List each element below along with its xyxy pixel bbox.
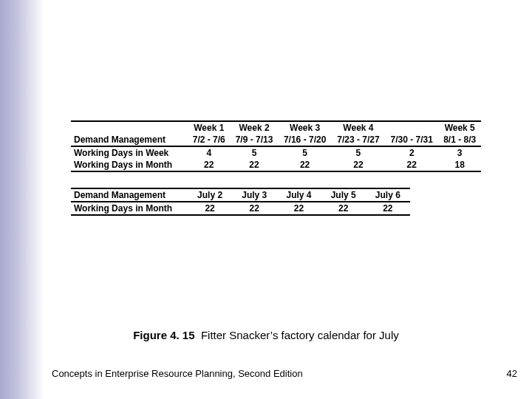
wdm2-3: 22 — [276, 202, 321, 215]
wdw-5: 2 — [385, 146, 438, 159]
wdm-3: 22 — [278, 159, 331, 171]
date-range-5: 7/30 - 7/31 — [385, 134, 438, 146]
row-label-working-days-month: Working Days in Month — [71, 159, 188, 171]
wdm-6: 18 — [438, 159, 481, 171]
footer-page-number: 42 — [507, 368, 517, 379]
daily-calendar-table: Demand Management July 2 July 3 July 4 J… — [71, 188, 410, 216]
row-label-demand-management-2: Demand Management — [71, 188, 188, 202]
col-head-week4: Week 4 — [332, 121, 385, 134]
figure-caption: Figure 4. 15 Fitter Snacker’s factory ca… — [0, 329, 532, 341]
wdm2-2: 22 — [232, 202, 276, 215]
day-head-4: July 5 — [321, 188, 366, 202]
col-head-week3: Week 3 — [278, 121, 331, 134]
day-head-1: July 2 — [188, 188, 232, 202]
day-head-5: July 6 — [366, 188, 410, 202]
wdw-6: 3 — [438, 146, 481, 159]
wdm-4: 22 — [332, 159, 385, 171]
wdw-1: 4 — [188, 146, 231, 159]
col-head-week2: Week 2 — [231, 121, 279, 134]
date-range-1: 7/2 - 7/6 — [188, 134, 231, 146]
figure-caption-text: Fitter Snacker’s factory calendar for Ju… — [201, 329, 399, 341]
cell-blank — [71, 121, 188, 134]
row-label-demand-management: Demand Management — [71, 134, 188, 146]
date-range-4: 7/23 - 7/27 — [332, 134, 385, 146]
col-head-week5: Week 5 — [438, 121, 481, 134]
date-range-3: 7/16 - 7/20 — [278, 134, 331, 146]
footer-book-title: Concepts in Enterprise Resource Planning… — [52, 368, 303, 379]
wdm-5: 22 — [385, 159, 438, 171]
wdw-4: 5 — [332, 146, 385, 159]
wdw-2: 5 — [231, 146, 279, 159]
date-range-6: 8/1 - 8/3 — [438, 134, 481, 146]
day-head-2: July 3 — [232, 188, 276, 202]
col-head-week1: Week 1 — [188, 121, 231, 134]
wdm-1: 22 — [188, 159, 231, 171]
wdm2-5: 22 — [366, 202, 410, 215]
date-range-2: 7/9 - 7/13 — [231, 134, 279, 146]
wdm-2: 22 — [231, 159, 279, 171]
wdw-3: 5 — [278, 146, 331, 159]
col-head-week4b — [385, 121, 438, 134]
wdm2-1: 22 — [188, 202, 232, 215]
day-head-3: July 4 — [276, 188, 321, 202]
weekly-calendar-table: Week 1 Week 2 Week 3 Week 4 Week 5 Deman… — [71, 120, 481, 172]
row-label-working-days-month-2: Working Days in Month — [71, 202, 188, 215]
wdm2-4: 22 — [321, 202, 366, 215]
figure-number: Figure 4. 15 — [133, 329, 194, 341]
slide-content: Week 1 Week 2 Week 3 Week 4 Week 5 Deman… — [0, 0, 532, 399]
row-label-working-days-week: Working Days in Week — [71, 146, 188, 159]
